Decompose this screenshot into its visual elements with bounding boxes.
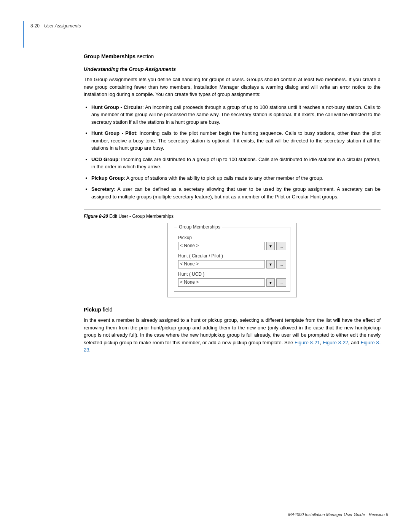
dialog-group-legend: Group Memberships [177,224,222,230]
dropdown-arrow-icon-2: ▼ [269,262,272,267]
hunt-ucd-input[interactable]: < None > [178,278,265,287]
bullet-bold-1: Hunt Group - Circular [91,104,142,110]
hunt-ucd-field-row[interactable]: < None > ▼ ... [178,278,286,287]
subheading: Understanding the Group Assignments [84,66,381,72]
hunt-ucd-label: Hunt ( UCD ) [178,272,286,277]
section-heading: Group Memberships section [84,53,381,59]
pickup-browse-button[interactable]: ... [276,242,286,250]
bullet-text-4: : A group of stations with the ability t… [124,175,323,181]
browse-btn-label: ... [279,244,283,248]
pickup-field-row[interactable]: < None > ▼ ... [178,242,286,250]
link-sep-2: , and [348,340,361,345]
main-content: Group Memberships section Understanding … [84,53,381,359]
list-item: Pickup Group: A group of stations with t… [91,174,381,182]
figure-caption-bold: Figure 8-20 [84,214,108,219]
bullet-bold-5: Secretary [91,186,114,192]
browse-btn-label-3: ... [279,280,283,285]
header-divider [23,42,388,42]
figure-caption-bold-em: Figure 8-20 [84,214,108,219]
left-accent-bar [23,21,24,48]
page-title-header: User Assignments [44,23,81,29]
list-item: Hunt Group - Pilot: Incoming calls to th… [91,129,381,152]
hunt-circular-field-row[interactable]: < None > ▼ ... [178,260,286,268]
dialog-container: Group Memberships Pickup < None > ▼ ... … [84,223,381,297]
pickup-section-heading: Pickup field [84,307,381,313]
dropdown-arrow-icon-3: ▼ [269,281,272,285]
bullet-text-5: : A user can be defined as a secretary a… [91,186,381,200]
dropdown-arrow-icon: ▼ [269,244,272,248]
page: 8-20 User Assignments Group Memberships … [0,0,411,532]
dialog-box: Group Memberships Pickup < None > ▼ ... … [167,223,297,297]
pickup-text-end: . [89,347,91,353]
dialog-group: Group Memberships Pickup < None > ▼ ... … [174,227,290,292]
hunt-ucd-dropdown[interactable]: ▼ [266,278,275,287]
browse-btn-label-2: ... [279,262,283,267]
pickup-input[interactable]: < None > [178,242,265,250]
hunt-ucd-browse-button[interactable]: ... [276,278,286,287]
section-heading-bold: Group Memberships [84,53,135,59]
bullet-bold-3: UCD Group [91,157,118,162]
list-item: UCD Group: Incoming calls are distribute… [91,156,381,171]
pickup-dropdown[interactable]: ▼ [266,242,275,250]
section-heading-normal: section [135,53,154,59]
figure-caption-normal: Edit User - Group Memberships [108,214,174,219]
intro-text: The Group Assignments lets you define ca… [84,76,381,98]
hunt-circular-browse-button[interactable]: ... [276,260,286,268]
list-item: Hunt Group - Circular: An incoming call … [91,104,381,126]
list-item: Secretary: A user can be defined as a se… [91,185,381,200]
header-area: 8-20 User Assignments [30,23,388,29]
figure-caption: Figure 8-20 Edit User - Group Membership… [84,214,381,219]
figure-8-22-link[interactable]: Figure 8-22 [323,340,348,345]
figure-8-21-link[interactable]: Figure 8-21 [295,340,320,345]
pickup-heading-normal: field [101,307,113,313]
pickup-body-text: In the event a member is already assigne… [84,316,381,354]
page-number: 8-20 [30,23,40,29]
bullet-list: Hunt Group - Circular: An incoming call … [91,104,381,201]
footer-text: MA4000 Installation Manager User Guide -… [288,512,388,517]
footer: MA4000 Installation Manager User Guide -… [23,509,388,517]
figure-divider [84,209,381,210]
hunt-circular-input[interactable]: < None > [178,260,265,268]
pickup-heading-bold: Pickup [84,307,101,313]
bullet-text-3: : Incoming calls are distributed to a gr… [91,157,381,170]
bullet-bold-4: Pickup Group [91,175,124,181]
hunt-circular-dropdown[interactable]: ▼ [266,260,275,268]
hunt-circular-label: Hunt ( Circular / Pilot ) [178,253,286,259]
bullet-bold-2: Hunt Group - Pilot [91,130,136,136]
pickup-label: Pickup [178,235,286,240]
